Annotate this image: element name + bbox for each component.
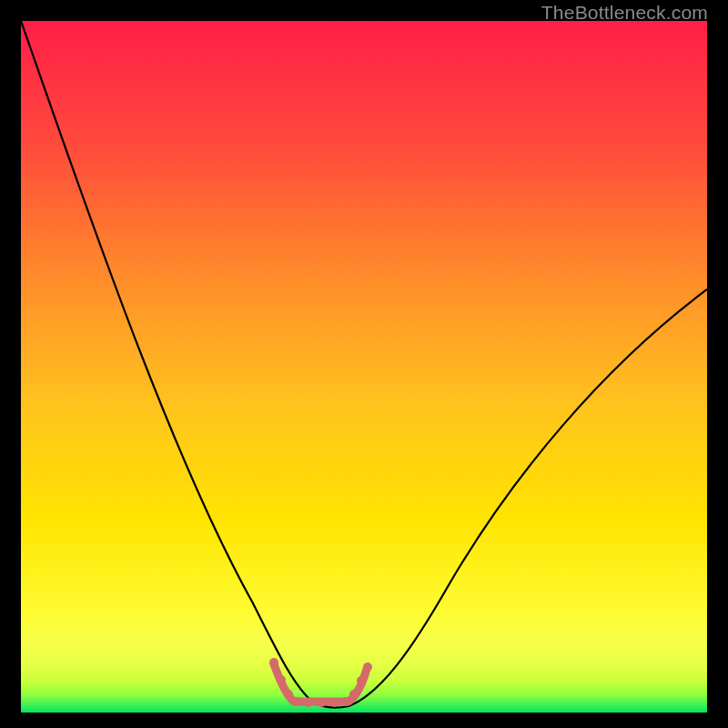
svg-point-8 — [349, 690, 359, 699]
chart-frame: TheBottleneck.com — [0, 0, 728, 728]
svg-point-7 — [341, 697, 350, 706]
svg-point-6 — [329, 698, 339, 707]
watermark-text: TheBottleneck.com — [541, 2, 708, 24]
svg-point-1 — [277, 675, 286, 684]
gradient-background — [21, 21, 707, 713]
svg-point-3 — [292, 697, 301, 706]
svg-point-10 — [363, 662, 372, 672]
svg-point-4 — [304, 698, 313, 707]
svg-point-5 — [317, 698, 326, 707]
svg-point-2 — [284, 690, 293, 699]
svg-point-0 — [269, 658, 278, 667]
svg-point-9 — [357, 676, 366, 685]
bottleneck-chart — [21, 21, 707, 713]
